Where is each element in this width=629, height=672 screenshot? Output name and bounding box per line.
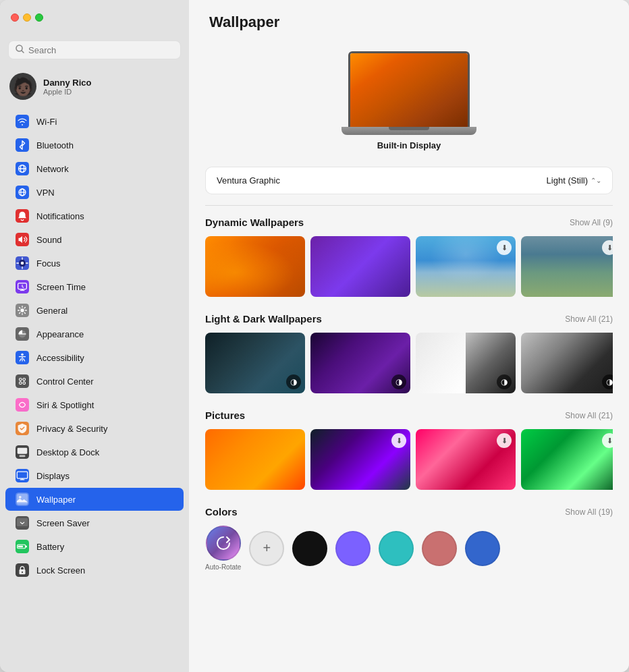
pictures-thumb-4[interactable]: ⬇ — [521, 429, 613, 490]
screen-time-icon — [15, 279, 30, 294]
download-badge-pic4: ⬇ — [602, 433, 613, 448]
focus-icon — [15, 256, 30, 271]
download-badge-3: ⬇ — [497, 240, 512, 255]
battery-label: Battery — [36, 542, 64, 552]
sidebar-item-notifications[interactable]: Notifications — [5, 204, 184, 227]
color-swatch-black[interactable] — [292, 531, 327, 566]
colors-show-all[interactable]: Show All (19) — [565, 507, 613, 517]
sidebar-item-focus[interactable]: Focus — [5, 252, 184, 275]
pictures-show-all[interactable]: Show All (21) — [565, 411, 613, 420]
pictures-thumb-2[interactable]: ⬇ — [310, 429, 410, 490]
svg-rect-41 — [17, 494, 28, 505]
privacy-icon — [15, 421, 30, 436]
dynamic-thumb-3[interactable]: ⬇ — [416, 236, 516, 297]
add-color-button[interactable]: + — [249, 531, 284, 566]
screen-saver-label: Screen Saver — [36, 518, 90, 528]
notifications-label: Notifications — [36, 211, 84, 221]
svg-rect-26 — [16, 374, 29, 388]
sidebar-item-wifi[interactable]: Wi-Fi — [5, 110, 184, 133]
download-badge-4: ⬇ — [602, 240, 613, 255]
sidebar-item-appearance[interactable]: Appearance — [5, 323, 184, 345]
color-swatch-purple[interactable] — [335, 531, 371, 566]
main-header: Wallpaper — [189, 0, 629, 38]
accessibility-icon — [15, 350, 30, 365]
sidebar-item-wallpaper[interactable]: Wallpaper — [5, 488, 184, 511]
current-wallpaper-name: Ventura Graphic — [217, 175, 280, 186]
main-content: Wallpaper Built-in Display Ventura Graph… — [189, 0, 629, 672]
sidebar-item-accessibility[interactable]: Accessibility — [5, 346, 184, 369]
minimize-button[interactable] — [23, 13, 31, 22]
displays-label: Displays — [36, 471, 70, 481]
auto-rotate-icon — [206, 526, 241, 561]
download-badge-pic2: ⬇ — [391, 433, 406, 448]
sidebar-item-sound[interactable]: Sound — [5, 228, 184, 251]
dynamic-thumb-4[interactable]: ⬇ — [521, 236, 613, 297]
siri-icon — [15, 397, 30, 412]
ld-thumb-3[interactable]: ◑ — [416, 333, 516, 393]
ld-badge-4: ◑ — [602, 374, 613, 389]
wallpaper-icon — [15, 492, 30, 507]
siri-label: Siri & Spotlight — [36, 400, 94, 410]
sidebar-item-screen-time[interactable]: Screen Time — [5, 275, 184, 298]
color-swatch-teal[interactable] — [379, 531, 414, 566]
dynamic-thumb-1[interactable] — [205, 236, 305, 297]
general-label: General — [36, 306, 67, 316]
sidebar-item-displays[interactable]: Displays — [5, 464, 184, 487]
ld-thumb-1[interactable]: ◑ — [205, 333, 305, 393]
user-profile[interactable]: 🧑🏿 Danny Rico Apple ID — [0, 67, 189, 109]
pictures-section-header: Pictures Show All (21) — [205, 410, 613, 421]
sidebar-item-siri[interactable]: Siri & Spotlight — [5, 393, 184, 416]
svg-point-42 — [19, 496, 22, 499]
sidebar-item-network[interactable]: Network — [5, 157, 184, 180]
sidebar-item-general[interactable]: General — [5, 299, 184, 322]
ld-thumb-4[interactable]: ◑ — [521, 333, 613, 393]
search-bar[interactable] — [8, 40, 181, 59]
dynamic-show-all[interactable]: Show All (9) — [570, 218, 613, 227]
sidebar-item-vpn[interactable]: VPN — [5, 181, 184, 204]
colors-title: Colors — [205, 506, 238, 517]
sidebar-item-control-center[interactable]: Control Center — [5, 370, 184, 393]
system-settings-window: 🧑🏿 Danny Rico Apple ID Wi-Fi — [0, 0, 629, 672]
bluetooth-icon — [15, 138, 30, 152]
current-mode-label: Light (Still) — [547, 175, 588, 186]
svg-rect-36 — [16, 469, 29, 482]
appearance-label: Appearance — [36, 329, 84, 339]
close-button[interactable] — [11, 13, 19, 22]
pictures-thumb-1[interactable] — [205, 429, 305, 490]
page-title: Wallpaper — [209, 13, 609, 31]
sidebar-item-screen-saver[interactable]: Screen Saver — [5, 511, 184, 534]
pictures-thumb-3[interactable]: ⬇ — [416, 429, 516, 490]
screen-saver-icon — [15, 515, 30, 530]
wallpaper-selector[interactable]: Ventura Graphic Light (Still) ⌃⌄ — [205, 167, 613, 194]
light-dark-show-all[interactable]: Show All (21) — [565, 314, 613, 324]
sound-label: Sound — [36, 235, 62, 245]
user-name: Danny Rico — [43, 78, 92, 88]
section-pictures: Pictures Show All (21) ⬇ ⬇ ⬇ — [189, 399, 629, 495]
auto-rotate-swatch[interactable]: Auto-Rotate — [205, 526, 241, 571]
svg-point-25 — [21, 354, 24, 356]
svg-line-1 — [22, 51, 24, 53]
sidebar-item-battery[interactable]: Battery — [5, 535, 184, 558]
svg-rect-35 — [19, 455, 25, 457]
color-swatch-blue[interactable] — [465, 531, 500, 566]
sidebar-item-lock-screen[interactable]: Lock Screen — [5, 559, 184, 582]
download-badge-pic3: ⬇ — [497, 433, 512, 448]
dynamic-thumb-2[interactable] — [310, 236, 410, 297]
maximize-button[interactable] — [35, 13, 43, 22]
sidebar-item-bluetooth[interactable]: Bluetooth — [5, 134, 184, 157]
search-input[interactable] — [28, 45, 173, 55]
auto-rotate-label: Auto-Rotate — [205, 563, 241, 571]
lock-screen-icon — [15, 563, 30, 578]
pictures-wallpaper-grid: ⬇ ⬇ ⬇ — [205, 429, 613, 490]
chevron-up-down-icon: ⌃⌄ — [591, 177, 601, 184]
sidebar-item-desktop-dock[interactable]: Desktop & Dock — [5, 441, 184, 464]
dynamic-wallpaper-grid: ⬇ ⬇ — [205, 236, 613, 297]
color-swatch-rose[interactable] — [422, 531, 457, 566]
laptop-preview — [341, 51, 476, 135]
svg-rect-34 — [18, 448, 28, 454]
ld-thumb-2[interactable]: ◑ — [310, 333, 410, 393]
wallpaper-mode-picker[interactable]: Light (Still) ⌃⌄ — [547, 175, 601, 186]
sidebar-item-privacy[interactable]: Privacy & Security — [5, 417, 184, 440]
section-colors: Colors Show All (19) Auto-Rotate + — [189, 495, 629, 576]
svg-rect-47 — [18, 546, 23, 548]
